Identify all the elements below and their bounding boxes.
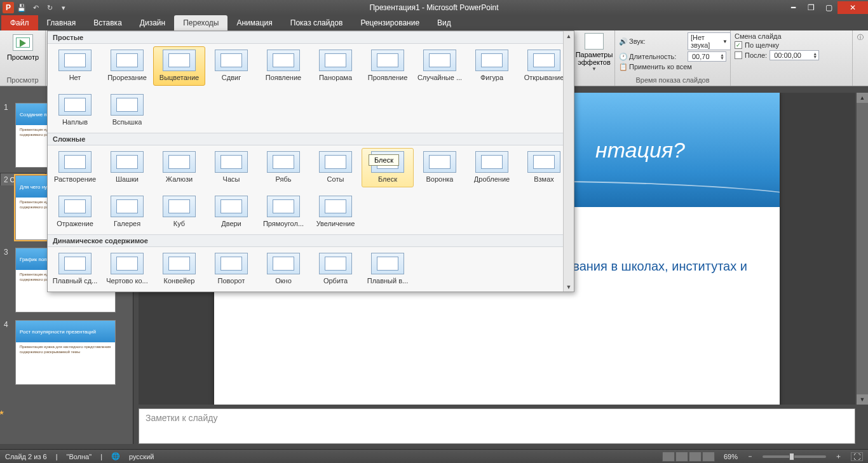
transition-label: Жалюзи: [166, 175, 193, 183]
tab-file[interactable]: Файл: [1, 15, 38, 30]
transition-проявление[interactable]: Проявление: [362, 46, 414, 86]
transition-появление[interactable]: Появление: [257, 46, 309, 86]
ribbon-help-icon[interactable]: ⓘ: [853, 30, 868, 86]
group-preview-label: Просмотр: [4, 75, 41, 84]
transition-жалюзи[interactable]: Жалюзи: [153, 148, 205, 187]
scroll-up-icon[interactable]: ▲: [564, 31, 574, 41]
status-bar: Слайд 2 из 6 | "Волна" | 🌐 русский 69% －…: [0, 449, 868, 463]
transition-воронка[interactable]: Воронка: [414, 148, 466, 187]
transition-взмах[interactable]: Взмах: [518, 148, 570, 187]
transition-thumb: [267, 196, 300, 217]
slide-number: 3: [4, 248, 11, 312]
transition-часы[interactable]: Часы: [205, 148, 257, 187]
tab-design[interactable]: Дизайн: [131, 15, 174, 30]
transition-сдвиг[interactable]: Сдвиг: [205, 46, 257, 86]
transition-поворот[interactable]: Поворот: [205, 250, 257, 289]
transition-отражение[interactable]: Отражение: [49, 192, 101, 232]
effect-options-button[interactable]: Параметры эффектов ▼: [573, 32, 615, 72]
view-normal-button[interactable]: [662, 452, 675, 462]
app-icon: P: [3, 2, 14, 13]
undo-button[interactable]: ↶: [29, 1, 42, 14]
transition-label: Прорезание: [107, 74, 147, 81]
transition-галерея[interactable]: Галерея: [101, 192, 153, 232]
transition-label: Панорама: [319, 74, 352, 81]
after-spinner[interactable]: 00:00,00▲▼: [770, 50, 819, 60]
transition-вспышка[interactable]: Вспышка: [101, 91, 153, 130]
gallery-row: НетПрорезаниеВыцветаниеСдвигПоявлениеПан…: [48, 44, 574, 88]
transition-наплыв[interactable]: Наплыв: [49, 91, 101, 130]
preview-button[interactable]: Просмотр: [4, 32, 42, 61]
transition-окно[interactable]: Окно: [257, 250, 309, 289]
view-slideshow-button[interactable]: [702, 452, 715, 462]
sound-combo[interactable]: [Нет звука]▼: [688, 32, 731, 50]
redo-button[interactable]: ↻: [43, 1, 56, 14]
on-click-checkbox[interactable]: ✓: [735, 41, 742, 49]
transition-нет[interactable]: Нет: [49, 46, 101, 86]
globe-icon: 🌐: [111, 452, 120, 460]
transition-прорезание[interactable]: Прорезание: [101, 46, 153, 86]
transition-thumb: [163, 196, 196, 217]
fit-window-button[interactable]: ⛶: [851, 452, 863, 461]
apply-all-button[interactable]: Применить ко всем: [629, 63, 692, 70]
notes-pane[interactable]: Заметки к слайду: [139, 408, 855, 444]
transition-увеличение[interactable]: Увеличение: [309, 192, 362, 232]
transition-куб[interactable]: Куб: [153, 192, 205, 232]
sound-icon: 🔊: [619, 37, 627, 45]
close-button[interactable]: ✕: [837, 1, 868, 14]
transition-чертово-ко-[interactable]: Чертово ко...: [101, 250, 153, 289]
transition-thumb: [215, 50, 248, 71]
tab-animations[interactable]: Анимация: [227, 15, 281, 30]
transition-двери[interactable]: Двери: [205, 192, 257, 232]
save-button[interactable]: 💾: [15, 1, 28, 14]
zoom-value[interactable]: 69%: [724, 453, 738, 460]
transition-открывание[interactable]: Открывание: [518, 46, 570, 86]
zoom-out-button[interactable]: －: [747, 452, 754, 461]
gallery-category-header: Динамическое содержимое: [48, 234, 574, 247]
transition-растворение[interactable]: Растворение: [49, 148, 101, 187]
scroll-down-icon[interactable]: ▼: [564, 282, 574, 292]
transition-фигура[interactable]: Фигура: [466, 46, 518, 86]
view-sorter-button[interactable]: [675, 452, 688, 462]
transition-орбита[interactable]: Орбита: [309, 250, 362, 289]
minimize-button[interactable]: ━: [784, 1, 802, 14]
transition-label: Поворот: [218, 277, 245, 285]
slide-thumbnail[interactable]: 4Рост популярности презентацийПрезентаци…: [0, 316, 133, 389]
view-buttons: [662, 452, 715, 462]
transition-thumb: [58, 196, 92, 217]
maximize-button[interactable]: ▢: [820, 1, 837, 14]
vertical-scrollbar[interactable]: ▲▼: [857, 93, 868, 405]
transition-соты[interactable]: Соты: [309, 148, 362, 187]
zoom-in-button[interactable]: ＋: [835, 452, 842, 461]
transition-label: Наплыв: [62, 118, 88, 126]
tab-review[interactable]: Рецензирование: [351, 15, 428, 30]
transition-label: Отражение: [57, 220, 93, 227]
transition-выцветание[interactable]: Выцветание: [153, 46, 205, 86]
tab-insert[interactable]: Вставка: [85, 15, 131, 30]
transition-thumb: [267, 151, 300, 173]
transition-шашки[interactable]: Шашки: [101, 148, 153, 187]
animation-star-icon: ★: [0, 409, 4, 416]
tab-view[interactable]: Вид: [428, 15, 460, 30]
tab-home[interactable]: Главная: [38, 15, 85, 30]
transition-случайные-[interactable]: Случайные ...: [414, 46, 466, 86]
window-title: Презентация1 - Microsoft PowerPoint: [369, 3, 498, 12]
transition-плавный-сд-[interactable]: Плавный сд...: [49, 250, 101, 289]
after-checkbox[interactable]: [735, 51, 742, 59]
restore-button[interactable]: ❐: [802, 1, 820, 14]
view-reading-button[interactable]: [689, 452, 702, 462]
transition-рябь[interactable]: Рябь: [257, 148, 309, 187]
gallery-scrollbar[interactable]: ▲ ▼: [563, 31, 574, 292]
qat-customize[interactable]: ▾: [57, 1, 70, 14]
tab-transitions[interactable]: Переходы: [174, 15, 227, 30]
transition-thumb: [527, 151, 560, 173]
transition-панорама[interactable]: Панорама: [309, 46, 362, 86]
duration-spinner[interactable]: 00,70▲▼: [688, 51, 726, 62]
zoom-slider[interactable]: [763, 455, 826, 458]
tab-slideshow[interactable]: Показ слайдов: [281, 15, 352, 30]
transition-конвейер[interactable]: Конвейер: [153, 250, 205, 289]
status-language[interactable]: русский: [129, 453, 154, 460]
transition-thumb: [111, 196, 144, 217]
transition-прямоугол-[interactable]: Прямоугол...: [257, 192, 309, 232]
transition-плавный-в-[interactable]: Плавный в...: [362, 250, 414, 289]
transition-дробление[interactable]: Дробление: [466, 148, 518, 187]
